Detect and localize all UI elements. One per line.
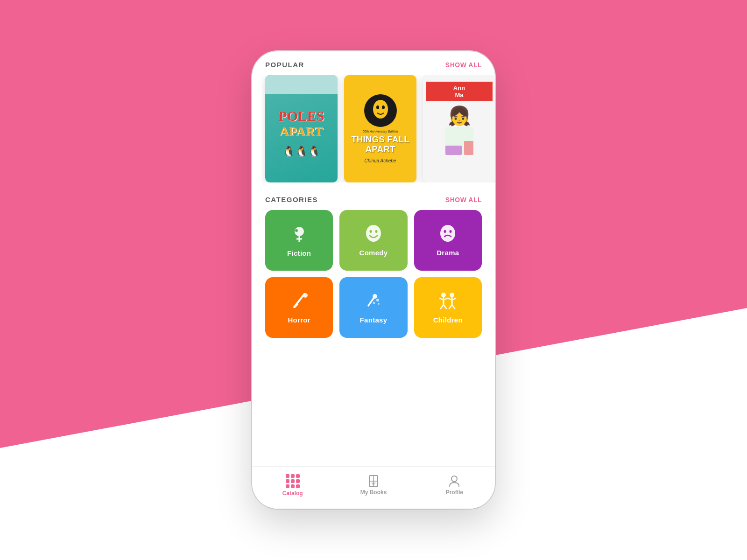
categories-header: CATEGORIES SHOW ALL: [252, 196, 495, 203]
nav-catalog[interactable]: Catalog: [252, 471, 333, 499]
children-label: Children: [433, 316, 463, 324]
horror-label: Horror: [288, 316, 310, 324]
svg-point-7: [366, 225, 381, 242]
categories-title: CATEGORIES: [265, 196, 318, 203]
anne-title: AnnMa: [426, 82, 493, 101]
popular-section: POPULAR SHOW ALL POLES APART 🐧🐧🐧: [252, 61, 495, 182]
children-icon: [438, 292, 458, 312]
drama-icon: [439, 224, 457, 245]
nav-my-books[interactable]: My Books: [333, 471, 414, 499]
book-things-fall-apart[interactable]: 50th Anniversary Edition THINGS FALL APA…: [344, 75, 416, 182]
category-comedy[interactable]: Comedy: [339, 210, 407, 271]
svg-point-8: [369, 230, 372, 233]
popular-show-all[interactable]: SHOW ALL: [445, 61, 482, 69]
comedy-icon: [365, 224, 382, 245]
categories-section: CATEGORIES SHOW ALL Fiction: [252, 196, 495, 466]
drama-label: Drama: [437, 249, 459, 257]
penguin-icons: 🐧🐧🐧: [282, 146, 320, 158]
svg-point-17: [373, 294, 377, 299]
tfa-title: THINGS FALL APART: [349, 135, 412, 154]
book-poles-apart[interactable]: POLES APART 🐧🐧🐧: [265, 75, 338, 182]
fiction-label: Fiction: [287, 249, 311, 257]
fantasy-icon: [365, 292, 382, 312]
tfa-author: Chinua Achebe: [364, 158, 396, 163]
horror-icon: [290, 292, 308, 312]
poles-subtitle: APART: [278, 125, 324, 139]
nav-my-books-label: My Books: [360, 489, 387, 496]
svg-point-1: [376, 105, 379, 109]
nav-profile-label: Profile: [446, 489, 463, 496]
fiction-icon: [290, 224, 309, 245]
svg-point-18: [376, 299, 379, 301]
catalog-icon: [286, 474, 300, 488]
category-grid: Fiction Comedy: [252, 210, 495, 338]
popular-header: POPULAR SHOW ALL: [252, 61, 495, 69]
category-fantasy[interactable]: Fantasy: [339, 277, 407, 338]
ice-decoration: [265, 75, 338, 94]
nav-profile[interactable]: Profile: [414, 471, 495, 499]
svg-line-26: [444, 305, 446, 308]
mask-icon: [371, 99, 390, 122]
category-horror[interactable]: Horror: [265, 277, 333, 338]
my-books-icon: [367, 475, 380, 487]
svg-point-2: [382, 105, 385, 109]
comedy-label: Comedy: [359, 249, 388, 257]
svg-line-25: [441, 305, 444, 308]
svg-point-11: [444, 230, 446, 233]
category-fiction[interactable]: Fiction: [265, 210, 333, 271]
svg-point-12: [450, 230, 452, 233]
nav-catalog-label: Catalog: [282, 490, 303, 497]
tfa-anniversary: 50th Anniversary Edition: [363, 130, 398, 133]
svg-point-10: [440, 225, 455, 242]
anne-subtitle: 👧: [445, 105, 473, 155]
popular-title: POPULAR: [265, 61, 304, 69]
category-children[interactable]: Children: [414, 277, 482, 338]
svg-point-15: [303, 293, 308, 298]
category-drama[interactable]: Drama: [414, 210, 482, 271]
svg-point-19: [378, 303, 380, 305]
categories-show-all[interactable]: SHOW ALL: [445, 196, 482, 203]
profile-icon: [449, 475, 459, 487]
phone-screen: POPULAR SHOW ALL POLES APART 🐧🐧🐧: [252, 51, 495, 509]
svg-point-4: [295, 229, 298, 232]
svg-point-9: [375, 230, 377, 233]
svg-line-32: [452, 305, 455, 308]
svg-point-20: [373, 301, 375, 304]
svg-point-35: [451, 476, 457, 482]
book-anne[interactable]: AnnMa 👧: [423, 75, 495, 182]
fantasy-label: Fantasy: [360, 316, 388, 324]
svg-line-31: [449, 305, 452, 308]
poles-title: POLES: [278, 108, 324, 124]
books-scroll: POLES APART 🐧🐧🐧 50t: [252, 75, 495, 182]
phone-device: POPULAR SHOW ALL POLES APART 🐧🐧🐧: [252, 51, 495, 509]
bottom-nav: Catalog My Books Profile: [252, 466, 495, 509]
svg-point-0: [373, 100, 388, 119]
